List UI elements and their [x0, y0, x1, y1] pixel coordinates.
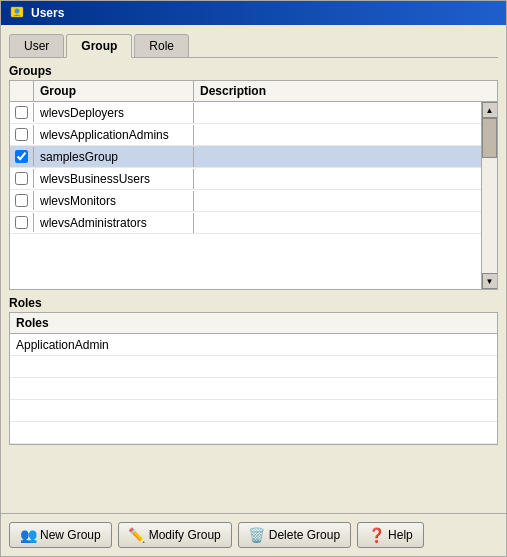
groups-label: Groups	[9, 64, 498, 78]
svg-point-1	[15, 9, 20, 14]
scroll-up-arrow[interactable]: ▲	[482, 102, 498, 118]
group-description	[194, 220, 481, 226]
group-checkbox-cell[interactable]	[10, 213, 34, 232]
groups-table: Group Description wlevsDeployers wlevsAp…	[9, 80, 498, 290]
help-label: Help	[388, 528, 413, 542]
header-check-col	[10, 81, 34, 101]
group-description	[194, 110, 481, 116]
tab-user[interactable]: User	[9, 34, 64, 58]
group-row[interactable]: wlevsAdministrators	[10, 212, 481, 234]
group-name: wlevsApplicationAdmins	[34, 125, 194, 145]
group-checkbox-cell[interactable]	[10, 169, 34, 188]
roles-section: Roles Roles ApplicationAdmin	[9, 296, 498, 445]
tab-role[interactable]: Role	[134, 34, 189, 58]
help-button[interactable]: ❓Help	[357, 522, 424, 548]
group-checkbox-cell[interactable]	[10, 125, 34, 144]
group-description	[194, 132, 481, 138]
group-name: wlevsMonitors	[34, 191, 194, 211]
tab-bar: User Group Role	[9, 33, 498, 58]
new-group-label: New Group	[40, 528, 101, 542]
modify-group-label: Modify Group	[149, 528, 221, 542]
header-desc-col: Description	[194, 81, 497, 101]
group-checkbox[interactable]	[15, 150, 28, 163]
footer-bar: 👥New Group✏️Modify Group🗑️Delete Group❓H…	[1, 513, 506, 556]
main-content: User Group Role Groups Group Description…	[1, 25, 506, 513]
group-name: wlevsAdministrators	[34, 213, 194, 233]
group-checkbox-cell[interactable]	[10, 191, 34, 210]
help-icon: ❓	[368, 527, 384, 543]
delete-group-icon: 🗑️	[249, 527, 265, 543]
header-group-col: Group	[34, 81, 194, 101]
modify-group-button[interactable]: ✏️Modify Group	[118, 522, 232, 548]
group-checkbox-cell[interactable]	[10, 147, 34, 166]
roles-table: Roles ApplicationAdmin	[9, 312, 498, 445]
title-bar: Users	[1, 1, 506, 25]
group-name: wlevsDeployers	[34, 103, 194, 123]
window-title: Users	[31, 6, 64, 20]
add-group-icon: 👥	[20, 527, 36, 543]
group-name: samplesGroup	[34, 147, 194, 167]
delete-group-label: Delete Group	[269, 528, 340, 542]
scroll-thumb[interactable]	[482, 118, 497, 158]
roles-label: Roles	[9, 296, 498, 310]
group-description	[194, 154, 481, 160]
group-row[interactable]: wlevsDeployers	[10, 102, 481, 124]
scroll-down-arrow[interactable]: ▼	[482, 273, 498, 289]
group-name: wlevsBusinessUsers	[34, 169, 194, 189]
groups-section: Groups Group Description wlevsDeployers …	[9, 64, 498, 290]
users-icon	[9, 5, 25, 21]
group-checkbox[interactable]	[15, 194, 28, 207]
groups-scrollbar[interactable]: ▲ ▼	[481, 102, 497, 289]
role-row	[10, 356, 497, 378]
modify-group-icon: ✏️	[129, 527, 145, 543]
role-row	[10, 400, 497, 422]
new-group-button[interactable]: 👥New Group	[9, 522, 112, 548]
group-row[interactable]: wlevsApplicationAdmins	[10, 124, 481, 146]
group-description	[194, 198, 481, 204]
group-checkbox-cell[interactable]	[10, 103, 34, 122]
group-checkbox[interactable]	[15, 106, 28, 119]
role-row: ApplicationAdmin	[10, 334, 497, 356]
users-window: Users User Group Role Groups Group Descr…	[0, 0, 507, 557]
roles-rows: ApplicationAdmin	[10, 334, 497, 444]
role-row	[10, 422, 497, 444]
group-row[interactable]: wlevsBusinessUsers	[10, 168, 481, 190]
group-row[interactable]: samplesGroup	[10, 146, 481, 168]
role-row	[10, 378, 497, 400]
group-checkbox[interactable]	[15, 216, 28, 229]
tab-group[interactable]: Group	[66, 34, 132, 58]
groups-rows: wlevsDeployers wlevsApplicationAdmins sa…	[10, 102, 481, 289]
group-description	[194, 176, 481, 182]
group-checkbox[interactable]	[15, 172, 28, 185]
group-row[interactable]: wlevsMonitors	[10, 190, 481, 212]
group-checkbox[interactable]	[15, 128, 28, 141]
delete-group-button[interactable]: 🗑️Delete Group	[238, 522, 351, 548]
roles-table-header: Roles	[10, 313, 497, 334]
groups-table-header: Group Description	[10, 81, 497, 102]
